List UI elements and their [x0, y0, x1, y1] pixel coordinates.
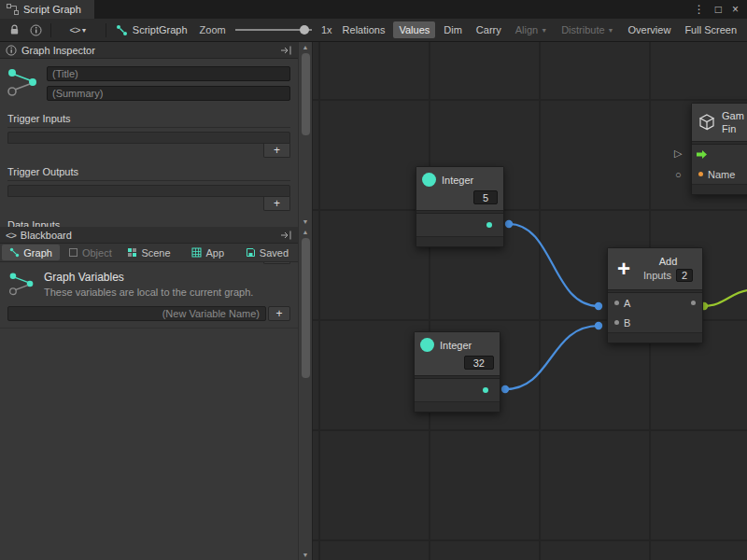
chevron-down-icon: ▼ — [80, 27, 87, 34]
node-add[interactable]: + Add Inputs 2 A B — [607, 247, 703, 343]
overview-button[interactable]: Overview — [623, 21, 677, 38]
window-menu-icon[interactable]: ⋮ — [694, 3, 705, 16]
cube-icon — [698, 113, 716, 132]
node-footer — [416, 236, 503, 246]
scroll-down-icon[interactable]: ▼ — [303, 218, 309, 225]
tab-app-label: App — [205, 247, 224, 259]
distribute-label: Distribute — [561, 24, 604, 35]
name-input-port[interactable] — [698, 172, 703, 176]
value-input-port-hollow[interactable]: ○ — [675, 169, 682, 180]
port-row-b: B — [608, 313, 702, 332]
inputs-label: Inputs — [643, 270, 671, 281]
blackboard-scrollbar[interactable]: ▲ ▼ — [298, 227, 312, 560]
window-maximize-icon[interactable]: □ — [715, 3, 722, 16]
carry-button[interactable]: Carry — [471, 21, 507, 38]
integer-value-field[interactable]: 32 — [464, 356, 494, 370]
window-controls: ⋮ □ × — [694, 0, 747, 19]
add-trigger-output-button[interactable]: + — [263, 197, 290, 211]
blackboard-title: Blackboard — [21, 230, 72, 241]
blackboard-scroll-thumb[interactable] — [302, 238, 310, 378]
flow-input-port-hollow[interactable]: ▷ — [674, 147, 682, 160]
scroll-down-icon[interactable]: ▼ — [303, 552, 309, 558]
node-footer — [692, 184, 747, 194]
tab-object[interactable]: Object — [61, 245, 119, 260]
tab-scene-label: Scene — [141, 247, 170, 259]
scroll-up-icon[interactable]: ▲ — [303, 229, 309, 235]
node-header: Integer 32 — [415, 332, 500, 375]
node-partial-find[interactable]: Gam Fin Name — [691, 103, 747, 195]
graph-title-fields — [47, 66, 290, 101]
chevron-down-icon: ▼ — [608, 27, 614, 34]
graph-tab-icon — [9, 247, 20, 258]
trigger-inputs-section: Trigger Inputs + — [7, 113, 290, 158]
tab-scene[interactable]: Scene — [120, 245, 177, 260]
wire-endpoint-blue[interactable] — [595, 302, 602, 310]
graph-toolbar: <> ▼ ScriptGraph Zoom 1x Relations Value… — [0, 19, 747, 42]
dock-icon[interactable] — [281, 231, 292, 240]
lock-button[interactable] — [5, 21, 23, 39]
node-footer — [608, 332, 702, 343]
node-header: Integer 5 — [416, 167, 503, 210]
node-footer — [415, 401, 500, 412]
graph-name-field[interactable]: ScriptGraph — [112, 22, 195, 38]
graph-variables-title: Graph Variables — [44, 271, 253, 284]
add-variable-button[interactable]: + — [268, 306, 290, 321]
graph-inspector-icon — [6, 66, 39, 98]
graph-asset-picker-button[interactable]: <> ▼ — [57, 21, 100, 39]
input-port-a[interactable] — [614, 301, 619, 305]
name-port-row: Name — [692, 164, 747, 184]
info-button[interactable] — [26, 21, 45, 39]
trigger-inputs-list[interactable] — [7, 132, 290, 144]
tab-saved[interactable]: Saved — [238, 245, 296, 260]
new-variable-input[interactable] — [7, 306, 266, 321]
input-port-b[interactable] — [614, 320, 619, 325]
wire-integer5-to-add-a[interactable] — [509, 224, 599, 306]
code-icon: <> — [70, 24, 80, 35]
wire-integer32-to-add-b[interactable] — [505, 326, 599, 389]
distribute-button[interactable]: Distribute ▼ — [556, 21, 619, 38]
graph-title-block — [0, 59, 298, 105]
node-integer-32[interactable]: Integer 32 — [414, 331, 500, 413]
trigger-outputs-list[interactable] — [7, 185, 290, 197]
full-screen-button[interactable]: Full Screen — [679, 21, 742, 38]
graph-variables-subtitle: These variables are local to the current… — [44, 287, 253, 298]
tab-app[interactable]: App — [179, 245, 237, 260]
flow-arrow-icon[interactable] — [697, 150, 708, 159]
node-title-line1: Gam — [722, 109, 744, 122]
zoom-slider-knob[interactable] — [300, 25, 309, 35]
dock-icon[interactable] — [281, 46, 292, 55]
window-tab-script-graph[interactable]: Script Graph — [0, 0, 94, 19]
inspector-scroll-thumb[interactable] — [302, 53, 310, 135]
node-title: Integer — [442, 175, 473, 186]
tab-graph[interactable]: Graph — [2, 245, 60, 260]
inputs-count-field[interactable]: 2 — [676, 269, 693, 282]
wire-endpoint-blue[interactable] — [505, 220, 513, 228]
align-button[interactable]: Align ▼ — [510, 21, 553, 38]
dim-button[interactable]: Dim — [438, 21, 468, 38]
zoom-slider[interactable] — [235, 29, 312, 31]
node-integer-5[interactable]: Integer 5 — [416, 166, 504, 247]
window-close-icon[interactable]: × — [732, 3, 739, 16]
info-icon — [30, 24, 42, 36]
node-title: Integer — [440, 340, 472, 351]
code-icon: <> — [6, 230, 16, 241]
info-icon — [6, 45, 17, 56]
output-port[interactable] — [483, 387, 488, 393]
wire-endpoint-blue[interactable] — [595, 322, 602, 329]
relations-button[interactable]: Relations — [337, 21, 391, 38]
graph-inspector-title: Graph Inspector — [21, 45, 95, 56]
wire-endpoint-blue[interactable] — [501, 385, 509, 393]
integer-type-icon — [422, 173, 436, 187]
graph-title-input[interactable] — [47, 66, 290, 81]
graph-summary-input[interactable] — [47, 86, 290, 101]
inspector-scrollbar[interactable]: ▲ ▼ — [298, 42, 312, 227]
graph-canvas[interactable]: Integer 5 Integer 32 — [313, 42, 747, 560]
add-trigger-input-button[interactable]: + — [263, 144, 290, 158]
output-port-sum[interactable] — [691, 301, 696, 305]
integer-value-field[interactable]: 5 — [473, 190, 498, 204]
wire-add-output[interactable] — [703, 290, 747, 306]
output-port[interactable] — [486, 222, 492, 228]
scroll-up-icon[interactable]: ▲ — [303, 44, 309, 50]
tab-object-label: Object — [82, 247, 112, 259]
values-button[interactable]: Values — [393, 21, 435, 38]
